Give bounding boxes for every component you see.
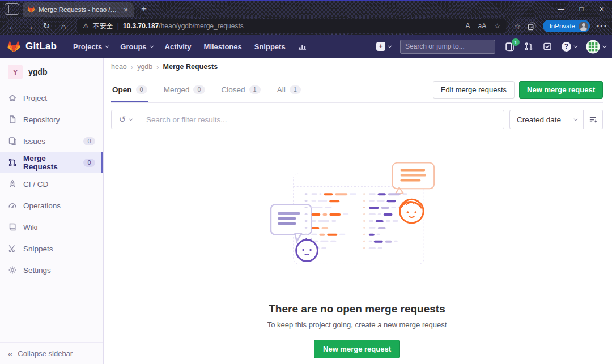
new-tab-button[interactable]: + bbox=[139, 3, 148, 15]
browser-titlebar: Merge Requests - heao / ygdb × + — □ × bbox=[0, 1, 612, 17]
gitlab-favicon bbox=[27, 6, 35, 14]
empty-state-new-mr-button[interactable]: New merge request bbox=[314, 340, 400, 358]
filter-input[interactable] bbox=[139, 115, 504, 124]
translate-icon[interactable]: aA bbox=[478, 22, 487, 30]
nav-groups[interactable]: Groups bbox=[114, 42, 158, 51]
minimize-button[interactable]: — bbox=[551, 1, 571, 17]
global-search-input[interactable] bbox=[405, 42, 493, 50]
workspaces-icon[interactable] bbox=[5, 3, 19, 15]
tab-merged[interactable]: Merged0 bbox=[163, 78, 206, 102]
tab-closed[interactable]: Closed1 bbox=[220, 78, 262, 102]
edit-merge-requests-button[interactable]: Edit merge requests bbox=[433, 81, 515, 99]
browser-menu-icon[interactable]: ··· bbox=[597, 21, 607, 31]
tab-all[interactable]: All1 bbox=[276, 78, 302, 102]
forward-icon[interactable]: → bbox=[22, 22, 37, 31]
sidebar-item-wiki[interactable]: Wiki bbox=[0, 216, 103, 238]
charts-icon[interactable] bbox=[292, 42, 313, 51]
recent-searches-dropdown[interactable]: ↺ bbox=[112, 110, 139, 129]
maximize-button[interactable]: □ bbox=[571, 1, 592, 17]
issues-count-badge: 0 bbox=[83, 137, 95, 145]
sidebar-item-snippets[interactable]: Snippets bbox=[0, 238, 103, 259]
url-path: /heao/ygdb/merge_requests bbox=[159, 22, 243, 30]
close-button[interactable]: × bbox=[592, 1, 612, 17]
inprivate-badge[interactable]: InPrivate bbox=[543, 20, 590, 32]
collections-icon[interactable] bbox=[528, 22, 536, 31]
tanuki-icon bbox=[7, 40, 21, 54]
new-menu-button[interactable]: + bbox=[376, 42, 390, 51]
empty-state-subtitle: To keep this project going, create a new… bbox=[111, 320, 603, 329]
tab-close-icon[interactable]: × bbox=[121, 6, 130, 14]
sidebar-item-repository[interactable]: Repository bbox=[0, 109, 103, 130]
gitlab-navbar: GitLab Projects Groups Activity Mileston… bbox=[0, 35, 612, 58]
empty-state-title: There are no open merge requests bbox=[111, 303, 603, 315]
browser-avatar bbox=[579, 22, 588, 31]
breadcrumb-project[interactable]: ygdb bbox=[137, 63, 152, 71]
merge-requests-nav-icon[interactable] bbox=[524, 42, 533, 51]
home-icon[interactable]: ⌂ bbox=[56, 22, 71, 31]
help-icon: ? bbox=[562, 42, 571, 52]
nav-projects[interactable]: Projects bbox=[67, 42, 114, 51]
mr-state-tabs: Open0 Merged0 Closed1 All1 Edit merge re… bbox=[111, 76, 603, 103]
scissors-icon bbox=[8, 244, 17, 253]
nav-snippets[interactable]: Snippets bbox=[248, 42, 292, 51]
issues-dashboard-icon[interactable]: 1 bbox=[505, 42, 515, 52]
sort-descending-icon bbox=[589, 115, 597, 124]
favorites-bar-icon[interactable]: ☆ bbox=[514, 22, 521, 31]
empty-state: There are no open merge requests To keep… bbox=[111, 161, 603, 358]
gauge-icon bbox=[8, 201, 17, 210]
gear-icon bbox=[8, 265, 17, 275]
chevron-down-icon bbox=[150, 44, 154, 48]
project-avatar: Y bbox=[8, 65, 23, 79]
nav-milestones[interactable]: Milestones bbox=[198, 42, 248, 51]
issues-icon bbox=[8, 136, 17, 145]
help-menu[interactable]: ? bbox=[562, 42, 576, 52]
url-host: 10.3.70.187 bbox=[123, 22, 159, 30]
home-icon bbox=[8, 93, 17, 102]
breadcrumb-group[interactable]: heao bbox=[111, 63, 127, 71]
filtered-search[interactable]: ↺ bbox=[111, 110, 504, 129]
chevron-down-icon bbox=[105, 44, 109, 48]
user-avatar-menu[interactable] bbox=[586, 40, 605, 54]
read-aloud-icon[interactable]: A bbox=[466, 22, 470, 30]
plus-icon: + bbox=[376, 42, 385, 51]
merge-requests-empty-illustration bbox=[270, 161, 444, 272]
tab-title: Merge Requests - heao / ygdb bbox=[39, 6, 118, 13]
gitlab-logo[interactable]: GitLab bbox=[7, 40, 57, 54]
todos-icon[interactable] bbox=[543, 42, 552, 51]
refresh-icon[interactable]: ↻ bbox=[39, 21, 54, 31]
chevron-down-icon bbox=[602, 44, 606, 48]
chevron-down-icon bbox=[573, 117, 577, 121]
collapse-icon: « bbox=[8, 349, 12, 358]
sidebar-item-merge-requests[interactable]: Merge Requests 0 bbox=[0, 152, 103, 173]
sidebar-item-cicd[interactable]: CI / CD bbox=[0, 173, 103, 195]
project-name: ygdb bbox=[28, 67, 47, 76]
chevron-down-icon bbox=[129, 117, 133, 121]
chevron-down-icon bbox=[573, 44, 577, 48]
new-merge-request-button[interactable]: New merge request bbox=[519, 81, 603, 99]
history-icon: ↺ bbox=[119, 114, 126, 125]
breadcrumb-current: Merge Requests bbox=[163, 63, 218, 71]
collapse-sidebar-button[interactable]: « Collapse sidebar bbox=[0, 342, 103, 364]
sort-direction-button[interactable] bbox=[584, 110, 603, 129]
sidebar-item-issues[interactable]: Issues 0 bbox=[0, 130, 103, 152]
sidebar-item-settings[interactable]: Settings bbox=[0, 259, 103, 281]
todo-count-badge: 1 bbox=[512, 38, 520, 46]
chevron-down-icon bbox=[388, 44, 392, 48]
not-secure-warning-icon[interactable]: ⚠ bbox=[83, 22, 89, 30]
sidebar-project-header[interactable]: Y ygdb bbox=[0, 58, 103, 87]
address-bar[interactable]: ⚠ 不安全 | 10.3.70.187/heao/ygdb/merge_requ… bbox=[77, 19, 506, 33]
browser-toolbar: ← → ↻ ⌂ ⚠ 不安全 | 10.3.70.187/heao/ygdb/me… bbox=[0, 17, 612, 35]
document-icon bbox=[8, 115, 17, 124]
global-search[interactable] bbox=[400, 40, 495, 54]
breadcrumb: heao › ygdb › Merge Requests bbox=[111, 58, 603, 76]
sidebar-item-operations[interactable]: Operations bbox=[0, 195, 103, 216]
sort-dropdown[interactable]: Created date bbox=[509, 110, 584, 129]
sidebar-item-project[interactable]: Project bbox=[0, 87, 103, 109]
nav-activity[interactable]: Activity bbox=[159, 42, 198, 51]
security-label: 不安全 bbox=[93, 22, 113, 31]
mr-count-badge: 0 bbox=[83, 159, 95, 167]
add-favorite-icon[interactable]: ☆ bbox=[494, 22, 500, 30]
browser-tab[interactable]: Merge Requests - heao / ygdb × bbox=[23, 2, 134, 17]
tab-open[interactable]: Open0 bbox=[111, 78, 148, 102]
back-icon[interactable]: ← bbox=[5, 22, 20, 31]
